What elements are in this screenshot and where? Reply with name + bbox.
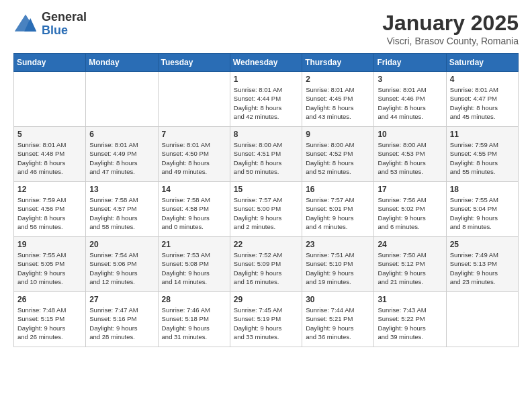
calendar-cell: 19Sunrise: 7:55 AM Sunset: 5:05 PM Dayli… <box>14 237 86 292</box>
day-number: 13 <box>89 185 154 194</box>
day-info: Sunrise: 8:01 AM Sunset: 4:46 PM Dayligh… <box>378 85 442 121</box>
calendar-week-5: 26Sunrise: 7:48 AM Sunset: 5:15 PM Dayli… <box>14 292 519 347</box>
day-info: Sunrise: 7:59 AM Sunset: 4:55 PM Dayligh… <box>450 140 515 176</box>
day-info: Sunrise: 7:52 AM Sunset: 5:09 PM Dayligh… <box>234 250 298 286</box>
day-number: 31 <box>378 295 442 304</box>
calendar-cell: 31Sunrise: 7:43 AM Sunset: 5:22 PM Dayli… <box>374 292 446 347</box>
day-info: Sunrise: 7:58 AM Sunset: 4:58 PM Dayligh… <box>162 195 226 231</box>
calendar-cell: 13Sunrise: 7:58 AM Sunset: 4:57 PM Dayli… <box>86 182 158 237</box>
day-number: 5 <box>17 130 82 139</box>
calendar-cell: 9Sunrise: 8:00 AM Sunset: 4:52 PM Daylig… <box>302 127 374 182</box>
day-number: 16 <box>306 185 370 194</box>
day-number: 9 <box>306 130 370 139</box>
header-monday: Monday <box>86 54 158 72</box>
calendar-cell: 21Sunrise: 7:53 AM Sunset: 5:08 PM Dayli… <box>158 237 230 292</box>
day-number: 7 <box>162 130 226 139</box>
day-info: Sunrise: 7:58 AM Sunset: 4:57 PM Dayligh… <box>89 195 154 231</box>
day-info: Sunrise: 7:57 AM Sunset: 5:01 PM Dayligh… <box>306 195 370 231</box>
calendar-cell: 22Sunrise: 7:52 AM Sunset: 5:09 PM Dayli… <box>230 237 302 292</box>
day-info: Sunrise: 7:54 AM Sunset: 5:06 PM Dayligh… <box>89 250 154 286</box>
calendar-week-1: 1Sunrise: 8:01 AM Sunset: 4:44 PM Daylig… <box>14 72 519 127</box>
day-info: Sunrise: 8:00 AM Sunset: 4:52 PM Dayligh… <box>306 140 370 176</box>
day-info: Sunrise: 7:49 AM Sunset: 5:13 PM Dayligh… <box>450 250 515 286</box>
calendar-cell: 30Sunrise: 7:44 AM Sunset: 5:21 PM Dayli… <box>302 292 374 347</box>
calendar-week-4: 19Sunrise: 7:55 AM Sunset: 5:05 PM Dayli… <box>14 237 519 292</box>
day-number: 23 <box>306 240 370 249</box>
calendar-cell: 3Sunrise: 8:01 AM Sunset: 4:46 PM Daylig… <box>374 72 446 127</box>
day-number: 10 <box>378 130 442 139</box>
day-number: 27 <box>89 295 154 304</box>
calendar-subtitle: Viscri, Brasov County, Romania <box>382 36 519 46</box>
day-number: 19 <box>17 240 82 249</box>
day-number: 28 <box>162 295 226 304</box>
header-sunday: Sunday <box>14 54 86 72</box>
day-info: Sunrise: 7:50 AM Sunset: 5:12 PM Dayligh… <box>378 250 442 286</box>
day-number: 26 <box>17 295 82 304</box>
logo-text: General Blue <box>42 11 87 38</box>
day-number: 12 <box>17 185 82 194</box>
calendar-week-2: 5Sunrise: 8:01 AM Sunset: 4:48 PM Daylig… <box>14 127 519 182</box>
day-info: Sunrise: 7:53 AM Sunset: 5:08 PM Dayligh… <box>162 250 226 286</box>
day-number: 14 <box>162 185 226 194</box>
day-info: Sunrise: 8:01 AM Sunset: 4:47 PM Dayligh… <box>450 85 515 121</box>
day-info: Sunrise: 8:01 AM Sunset: 4:49 PM Dayligh… <box>89 140 154 176</box>
day-number: 4 <box>450 75 515 84</box>
calendar-cell <box>86 72 158 127</box>
calendar-cell: 2Sunrise: 8:01 AM Sunset: 4:45 PM Daylig… <box>302 72 374 127</box>
day-number: 22 <box>234 240 298 249</box>
calendar-cell: 14Sunrise: 7:58 AM Sunset: 4:58 PM Dayli… <box>158 182 230 237</box>
calendar-cell: 29Sunrise: 7:45 AM Sunset: 5:19 PM Dayli… <box>230 292 302 347</box>
calendar-cell: 25Sunrise: 7:49 AM Sunset: 5:13 PM Dayli… <box>446 237 518 292</box>
day-number: 2 <box>306 75 370 84</box>
day-number: 15 <box>234 185 298 194</box>
day-info: Sunrise: 7:55 AM Sunset: 5:04 PM Dayligh… <box>450 195 515 231</box>
day-number: 1 <box>234 75 298 84</box>
calendar-cell: 17Sunrise: 7:56 AM Sunset: 5:02 PM Dayli… <box>374 182 446 237</box>
calendar-cell: 6Sunrise: 8:01 AM Sunset: 4:49 PM Daylig… <box>86 127 158 182</box>
logo-icon <box>13 12 38 36</box>
calendar-cell <box>446 292 518 347</box>
header-saturday: Saturday <box>446 54 518 72</box>
calendar-cell: 5Sunrise: 8:01 AM Sunset: 4:48 PM Daylig… <box>14 127 86 182</box>
day-info: Sunrise: 7:51 AM Sunset: 5:10 PM Dayligh… <box>306 250 370 286</box>
calendar-cell: 23Sunrise: 7:51 AM Sunset: 5:10 PM Dayli… <box>302 237 374 292</box>
day-info: Sunrise: 8:00 AM Sunset: 4:51 PM Dayligh… <box>234 140 298 176</box>
calendar-cell: 1Sunrise: 8:01 AM Sunset: 4:44 PM Daylig… <box>230 72 302 127</box>
calendar-cell: 26Sunrise: 7:48 AM Sunset: 5:15 PM Dayli… <box>14 292 86 347</box>
calendar-header: Sunday Monday Tuesday Wednesday Thursday… <box>14 54 519 72</box>
header: General Blue January 2025 Viscri, Brasov… <box>13 11 519 46</box>
calendar-cell: 10Sunrise: 8:00 AM Sunset: 4:53 PM Dayli… <box>374 127 446 182</box>
day-number: 30 <box>306 295 370 304</box>
title-block: January 2025 Viscri, Brasov County, Roma… <box>382 11 519 46</box>
day-info: Sunrise: 8:00 AM Sunset: 4:53 PM Dayligh… <box>378 140 442 176</box>
day-info: Sunrise: 7:57 AM Sunset: 5:00 PM Dayligh… <box>234 195 298 231</box>
calendar-table: Sunday Monday Tuesday Wednesday Thursday… <box>13 53 519 347</box>
day-info: Sunrise: 8:01 AM Sunset: 4:45 PM Dayligh… <box>306 85 370 121</box>
calendar-cell <box>158 72 230 127</box>
logo-blue: Blue <box>42 24 87 38</box>
day-info: Sunrise: 7:47 AM Sunset: 5:16 PM Dayligh… <box>89 306 154 341</box>
header-wednesday: Wednesday <box>230 54 302 72</box>
day-info: Sunrise: 8:01 AM Sunset: 4:44 PM Dayligh… <box>234 85 298 121</box>
header-row: Sunday Monday Tuesday Wednesday Thursday… <box>14 54 519 72</box>
day-number: 21 <box>162 240 226 249</box>
calendar-cell: 28Sunrise: 7:46 AM Sunset: 5:18 PM Dayli… <box>158 292 230 347</box>
day-number: 18 <box>450 185 515 194</box>
calendar-week-3: 12Sunrise: 7:59 AM Sunset: 4:56 PM Dayli… <box>14 182 519 237</box>
day-number: 3 <box>378 75 442 84</box>
calendar-cell: 7Sunrise: 8:01 AM Sunset: 4:50 PM Daylig… <box>158 127 230 182</box>
day-info: Sunrise: 7:55 AM Sunset: 5:05 PM Dayligh… <box>17 250 82 286</box>
header-thursday: Thursday <box>302 54 374 72</box>
day-number: 11 <box>450 130 515 139</box>
logo: General Blue <box>13 11 87 38</box>
calendar-body: 1Sunrise: 8:01 AM Sunset: 4:44 PM Daylig… <box>14 72 519 347</box>
calendar-cell: 15Sunrise: 7:57 AM Sunset: 5:00 PM Dayli… <box>230 182 302 237</box>
day-info: Sunrise: 7:59 AM Sunset: 4:56 PM Dayligh… <box>17 195 82 231</box>
day-number: 24 <box>378 240 442 249</box>
day-info: Sunrise: 7:45 AM Sunset: 5:19 PM Dayligh… <box>234 306 298 341</box>
calendar-cell: 12Sunrise: 7:59 AM Sunset: 4:56 PM Dayli… <box>14 182 86 237</box>
day-info: Sunrise: 7:44 AM Sunset: 5:21 PM Dayligh… <box>306 306 370 341</box>
calendar-cell: 20Sunrise: 7:54 AM Sunset: 5:06 PM Dayli… <box>86 237 158 292</box>
calendar-cell: 8Sunrise: 8:00 AM Sunset: 4:51 PM Daylig… <box>230 127 302 182</box>
calendar-cell: 4Sunrise: 8:01 AM Sunset: 4:47 PM Daylig… <box>446 72 518 127</box>
